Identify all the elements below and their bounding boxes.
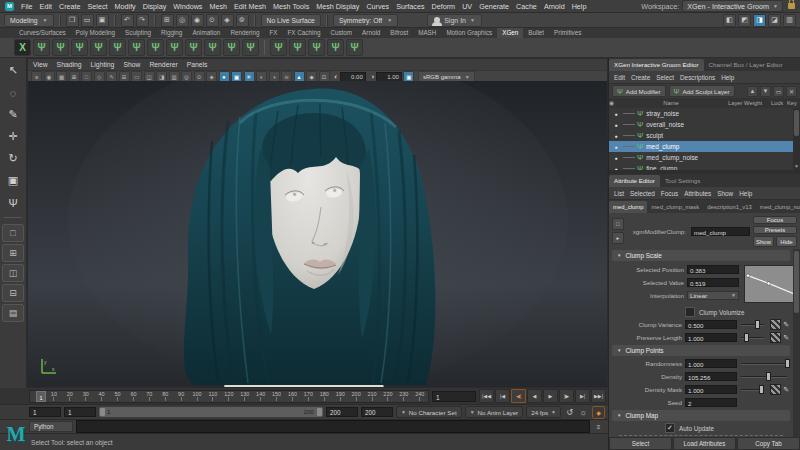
selected-value-field[interactable]: 0.519 (687, 278, 739, 287)
animation-preferences-icon[interactable]: ☼ (578, 407, 589, 418)
move-layer-down-icon[interactable]: ▼ (760, 86, 771, 97)
visibility-dot-icon[interactable]: ● (609, 155, 623, 161)
menubar-item[interactable]: Modify (115, 2, 136, 11)
convert-to-polygons-icon[interactable]: Ψ (346, 39, 363, 56)
menubar-item[interactable]: Surfaces (396, 2, 424, 11)
edit-expression-icon[interactable]: ✎ (783, 321, 789, 329)
open-scene-icon[interactable]: ▭ (81, 14, 94, 27)
length-brush-icon[interactable]: Ψ (147, 39, 164, 56)
delete-layer-icon[interactable]: ✕ (786, 86, 797, 97)
section-clump-map[interactable]: ▼Clump Map (612, 410, 790, 421)
step-forward-key-button[interactable]: |▶ (559, 389, 574, 403)
snap-to-grid-icon[interactable]: ⊞ (161, 14, 174, 27)
pin-node-icon[interactable]: □ (612, 218, 624, 230)
node-tab[interactable]: description1_v13 (703, 201, 756, 213)
menubar-item[interactable]: Mesh (209, 2, 227, 11)
menubar-item[interactable]: Display (143, 2, 167, 11)
med_clump_noise[interactable]: ● med_clump_noise (609, 152, 800, 163)
undo-icon[interactable]: ↶ (121, 14, 134, 27)
node-tab[interactable]: med_clump_noise (756, 201, 800, 213)
freeze-brush-icon[interactable]: Ψ (308, 39, 325, 56)
auto-keyframe-icon[interactable]: ◆ (592, 406, 605, 419)
tool-settings-toggle-icon[interactable]: ◪ (768, 14, 781, 27)
panel-menu-item[interactable]: Show (123, 61, 140, 68)
shelf-tab[interactable]: FX (264, 28, 282, 38)
cut-brush-icon[interactable]: Ψ (166, 39, 183, 56)
groom-menu-item[interactable]: Select (656, 74, 674, 81)
section-clump-points[interactable]: ▼Clump Points (612, 345, 790, 356)
playback-start-field[interactable]: 1 (64, 407, 96, 417)
menubar-item[interactable]: Windows (173, 2, 202, 11)
sculpt[interactable]: ● sculpt (609, 130, 800, 141)
range-end-handle[interactable] (317, 408, 322, 416)
shelf-tab[interactable]: Bullet (523, 28, 549, 38)
part-brush-icon[interactable]: Ψ (327, 39, 344, 56)
playback-end-field[interactable]: 200 (326, 407, 358, 417)
smooth-brush-icon[interactable]: Ψ (289, 39, 306, 56)
snap-to-curve-icon[interactable]: ◎ (176, 14, 189, 27)
overall_noise[interactable]: ● overall_noise (609, 119, 800, 130)
play-forwards-button[interactable]: ▶ (543, 389, 558, 403)
menubar-item[interactable]: Curves (366, 2, 389, 11)
menubar-item[interactable]: Arnold (544, 2, 565, 11)
tab-xgen-groom-editor[interactable]: XGen Interactive Groom Editor (609, 59, 704, 71)
ae-menu-item[interactable]: List (614, 190, 624, 197)
create-interactive-groom-icon[interactable]: Ψ (33, 39, 50, 56)
select-tool[interactable]: ↖ (3, 60, 24, 81)
symmetry-dropdown[interactable]: Symmetry: Off▼ (333, 14, 398, 27)
shelf-tab[interactable]: MASH (413, 28, 441, 38)
groom-menu-item[interactable]: Edit (614, 74, 625, 81)
show-button[interactable]: Show (753, 236, 774, 247)
ae-menu-item[interactable]: Focus (661, 190, 678, 197)
shelf-tab[interactable]: Primitives (549, 28, 586, 38)
snap-to-point-icon[interactable]: ◉ (191, 14, 204, 27)
noise-brush-icon[interactable]: Ψ (242, 39, 259, 56)
density-mask-slider[interactable] (741, 385, 764, 394)
menubar-item[interactable]: Deform (432, 2, 456, 11)
shelf-tab[interactable]: Poly Modeling (71, 28, 121, 38)
shelf-tab[interactable]: Custom (325, 28, 357, 38)
clump-variance-slider[interactable] (741, 320, 764, 329)
menubar-item[interactable]: Create (59, 2, 81, 11)
ae-bottom-button[interactable]: Copy Tab (737, 437, 800, 450)
persp-outliner-layout-button[interactable]: ◫ (2, 264, 24, 282)
ae-menu-item[interactable]: Help (739, 190, 752, 197)
clump-variance-field[interactable]: 0.500 (685, 320, 737, 329)
snap-to-projected-center-icon[interactable]: ⊙ (206, 14, 219, 27)
menubar-item[interactable]: UV (462, 2, 472, 11)
shelf-tab[interactable]: FX Caching (283, 28, 326, 38)
density-field[interactable]: 105.256 (685, 372, 737, 381)
section-clump-scale[interactable]: ▼Clump Scale (612, 250, 790, 261)
menubar-item[interactable]: Edit (40, 2, 52, 11)
panel-menu-item[interactable]: View (33, 61, 48, 68)
density-slider[interactable] (741, 372, 787, 381)
grab-brush-icon[interactable]: Ψ (270, 39, 287, 56)
xgen-groom-tool[interactable]: Ψ (3, 192, 24, 213)
command-input[interactable] (76, 420, 590, 433)
edit-expression-icon[interactable]: ✎ (783, 386, 789, 394)
make-live-icon[interactable]: ⊚ (236, 14, 249, 27)
visibility-dot-icon[interactable]: ● (609, 122, 623, 128)
shelf-tab[interactable]: XGen (497, 28, 523, 38)
node-name-field[interactable]: med_clump (691, 227, 750, 236)
layer-list-scrollbar[interactable]: ▼ (793, 108, 800, 170)
fine_clump[interactable]: ● fine_clump (609, 163, 800, 170)
add-sculpt-layer-button[interactable]: ΨAdd Sculpt Layer (669, 85, 735, 97)
workspace-lock-icon[interactable] (788, 3, 795, 9)
shelf-tab[interactable]: Curves/Surfaces (14, 28, 71, 38)
next-node-icon[interactable]: ▸ (612, 232, 624, 244)
playback-loop-icon[interactable]: ↺ (564, 407, 575, 418)
snap-to-view-plane-icon[interactable]: ◈ (221, 14, 234, 27)
width-brush-icon[interactable]: Ψ (204, 39, 221, 56)
menubar-item[interactable]: Mesh Display (316, 2, 359, 11)
step-back-frame-button[interactable]: |◀ (495, 389, 510, 403)
attribute-editor-toggle-icon[interactable]: ◨ (753, 14, 766, 27)
tab-tool-settings[interactable]: Tool Settings (660, 175, 705, 187)
randomness-slider[interactable] (741, 359, 787, 368)
four-pane-layout-button[interactable]: ⊞ (2, 244, 24, 262)
shelf-tab[interactable]: Bifrost (385, 28, 413, 38)
redo-icon[interactable]: ↷ (136, 14, 149, 27)
groom-menu-item[interactable]: Help (721, 74, 734, 81)
node-tab[interactable]: med_clump (609, 201, 647, 213)
map-texture-icon[interactable] (770, 384, 781, 395)
